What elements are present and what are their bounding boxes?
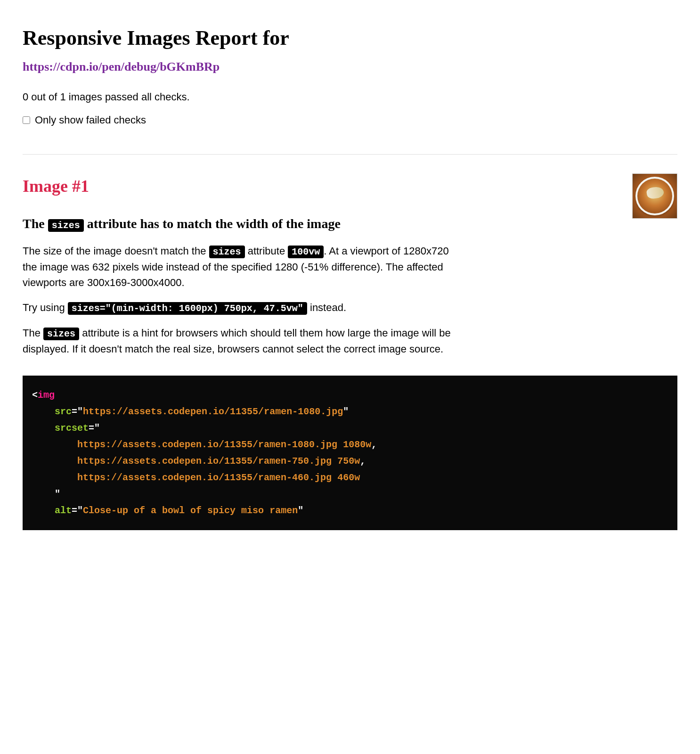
p3-b: attribute is a hint for browsers which s…	[23, 327, 451, 355]
p2-a: Try using	[23, 302, 68, 313]
p1-a: The size of the image doesn't match the	[23, 245, 209, 257]
image-thumbnail	[632, 173, 677, 219]
sizes-code-inline: sizes	[209, 246, 245, 258]
check-title: The sizes attribute has to match the wid…	[23, 214, 677, 234]
sizes-code: sizes	[48, 219, 84, 232]
sizes-value-code: 100vw	[288, 246, 324, 258]
check-title-post: attribute has to match the width of the …	[84, 216, 341, 231]
summary-text: 0 out of 1 images passed all checks.	[23, 89, 465, 105]
check-paragraph-2: Try using sizes="(min-width: 1600px) 750…	[23, 300, 465, 316]
code-block: <img src="https://assets.codepen.io/1135…	[23, 376, 677, 530]
check-paragraph-3: The sizes attribute is a hint for browse…	[23, 325, 465, 357]
image-heading: Image #1	[23, 173, 677, 199]
check-title-pre: The	[23, 216, 48, 231]
suggested-sizes-code: sizes="(min-width: 1600px) 750px, 47.5vw…	[68, 302, 307, 315]
report-url-link[interactable]: https://cdpn.io/pen/debug/bGKmBRp	[23, 57, 220, 76]
divider	[23, 154, 677, 155]
image-section: Image #1 The sizes attribute has to matc…	[23, 173, 677, 530]
p3-a: The	[23, 327, 43, 339]
sizes-code-inline-2: sizes	[43, 328, 79, 340]
page-title: Responsive Images Report for	[23, 23, 677, 54]
p2-b: instead.	[307, 302, 346, 313]
filter-checkbox-row[interactable]: Only show failed checks	[23, 112, 677, 128]
p1-b: attribute	[245, 245, 288, 257]
check-paragraph-1: The size of the image doesn't match the …	[23, 243, 465, 290]
only-failed-label: Only show failed checks	[35, 112, 146, 128]
only-failed-checkbox[interactable]	[23, 116, 30, 124]
